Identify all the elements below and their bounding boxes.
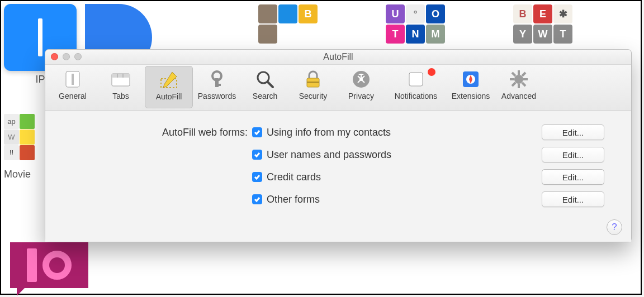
desktop-folder-label-movies: Movie	[4, 169, 31, 180]
desktop-folder-app-tile: E	[533, 4, 552, 23]
autofill-option-row: User names and passwordsEdit...	[62, 143, 614, 166]
desktop-folder-grid-3: BE✱YWT	[513, 4, 572, 44]
autofill-edit-button-label: Edit...	[562, 173, 584, 182]
svg-rect-3	[112, 74, 130, 78]
desktop-folder-app-tile	[20, 114, 35, 129]
autofill-option-label: Other forms	[267, 194, 320, 205]
autofill-option-row: Other formsEdit...	[62, 188, 614, 210]
autofill-option-label: Credit cards	[267, 171, 321, 183]
desktop-folder-app-tile: T	[553, 25, 572, 44]
toolbar-tab-label: AutoFill	[156, 92, 182, 101]
toolbar-tab-label: Notifications	[395, 92, 437, 100]
autofill-option-label: User names and passwords	[267, 149, 391, 161]
desktop-folder-app-tile	[258, 25, 277, 44]
toolbar-tab-notifications[interactable]: Notifications	[385, 66, 447, 111]
toolbar-tab-general[interactable]: General	[49, 66, 97, 111]
desktop-folder-app-tile	[20, 145, 35, 160]
autofill-edit-button[interactable]: Edit...	[542, 124, 604, 140]
desktop-folder-grid-2: U°OTNM	[386, 4, 445, 44]
desktop-folder-app-tile: U	[386, 4, 405, 23]
toolbar-tab-label: Security	[299, 92, 328, 100]
autofill-option-row: Credit cardsEdit...	[62, 166, 614, 188]
toolbar-tab-label: Privacy	[348, 92, 374, 100]
security-icon	[302, 68, 324, 90]
desktop-folder-app-tile: T	[386, 25, 405, 44]
window-titlebar: AutoFill	[45, 50, 631, 65]
window-minimize-button[interactable]	[63, 53, 70, 60]
svg-point-15	[359, 78, 363, 81]
desktop-folder-app-tile: W	[533, 25, 552, 44]
toolbar-tab-label: Search	[253, 92, 277, 100]
toolbar-tab-search[interactable]: Search	[241, 66, 289, 111]
autofill-edit-button-label: Edit...	[562, 195, 584, 204]
svg-rect-13	[307, 82, 319, 83]
desktop-folder-grid-1: B	[258, 4, 318, 44]
toolbar-tab-label: General	[59, 92, 87, 100]
toolbar-tab-tabs[interactable]: Tabs	[97, 66, 145, 111]
svg-rect-16	[409, 73, 423, 86]
toolbar-tab-advanced[interactable]: Advanced	[495, 66, 543, 111]
desktop-folder-app-tile: M	[426, 25, 445, 44]
desktop-folder-app-tile: O	[426, 4, 445, 23]
svg-rect-9	[215, 84, 221, 86]
preferences-window: AutoFill GeneralTabsAutoFillPasswordsSea…	[45, 49, 632, 242]
io-logo	[10, 242, 88, 288]
autofill-section-label: AutoFill web forms:	[62, 127, 252, 138]
desktop-folder-app-tile: Y	[513, 25, 532, 44]
autofill-option-checkbox[interactable]	[252, 127, 262, 137]
toolbar-tab-extensions[interactable]: Extensions	[447, 66, 495, 111]
preferences-toolbar: GeneralTabsAutoFillPasswordsSearchSecuri…	[45, 65, 631, 111]
desktop-folder-app-tile: B	[299, 4, 318, 23]
svg-line-24	[512, 73, 515, 76]
toolbar-tab-passwords[interactable]: Passwords	[193, 66, 241, 111]
autofill-option-row: AutoFill web forms:Using info from my co…	[62, 121, 614, 143]
notification-badge	[428, 68, 435, 76]
help-button[interactable]: ?	[607, 219, 622, 235]
desktop-folder-app-tile: B	[513, 4, 532, 23]
autofill-pane: AutoFill web forms:Using info from my co…	[45, 111, 631, 242]
svg-line-25	[522, 83, 525, 86]
desktop-folder-app-tile	[278, 4, 297, 23]
autofill-edit-button-label: Edit...	[562, 150, 584, 160]
toolbar-tab-privacy[interactable]: Privacy	[337, 66, 385, 111]
passwords-icon	[206, 68, 228, 90]
autofill-option-checkbox[interactable]	[252, 194, 262, 204]
general-icon	[61, 68, 84, 90]
desktop-folder-app-tile: W	[4, 130, 19, 145]
extensions-icon	[460, 68, 482, 90]
tabs-icon	[110, 68, 132, 90]
svg-rect-1	[72, 74, 74, 85]
autofill-option-checkbox[interactable]	[252, 150, 262, 160]
desktop-folder-app-tile	[20, 130, 35, 145]
desktop-folder-app-tile: N	[406, 25, 425, 44]
toolbar-tab-label: Tabs	[112, 92, 129, 100]
desktop-folder-app-tile: ap	[4, 114, 19, 129]
autofill-option-checkbox[interactable]	[252, 172, 262, 182]
desktop-folder-app-tile: ✱	[553, 4, 572, 23]
toolbar-tab-autofill[interactable]: AutoFill	[145, 66, 193, 108]
autofill-edit-button[interactable]: Edit...	[542, 147, 604, 162]
toolbar-tab-label: Advanced	[501, 92, 536, 100]
autofill-edit-button[interactable]: Edit...	[542, 191, 604, 207]
svg-line-26	[522, 73, 525, 76]
desktop-folder-movies: apW!!	[4, 114, 43, 161]
help-glyph: ?	[612, 222, 617, 233]
window-zoom-button[interactable]	[74, 53, 82, 60]
svg-line-11	[268, 82, 273, 87]
svg-line-27	[512, 83, 515, 86]
desktop-folder-app-tile: °	[406, 4, 425, 23]
privacy-icon	[350, 68, 372, 90]
advanced-icon	[508, 68, 530, 90]
toolbar-tab-label: Passwords	[198, 92, 236, 100]
window-close-button[interactable]	[51, 53, 58, 60]
search-icon	[254, 68, 276, 90]
autofill-edit-button[interactable]: Edit...	[542, 169, 604, 185]
toolbar-tab-security[interactable]: Security	[289, 66, 337, 111]
svg-point-19	[514, 75, 523, 84]
notifications-icon	[405, 68, 427, 90]
desktop-folder-app-tile: !!	[4, 145, 19, 160]
desktop-folder-app-tile	[258, 4, 277, 23]
autofill-option-label: Using info from my contacts	[267, 127, 391, 138]
window-title: AutoFill	[323, 52, 353, 62]
autofill-edit-button-label: Edit...	[562, 128, 584, 137]
